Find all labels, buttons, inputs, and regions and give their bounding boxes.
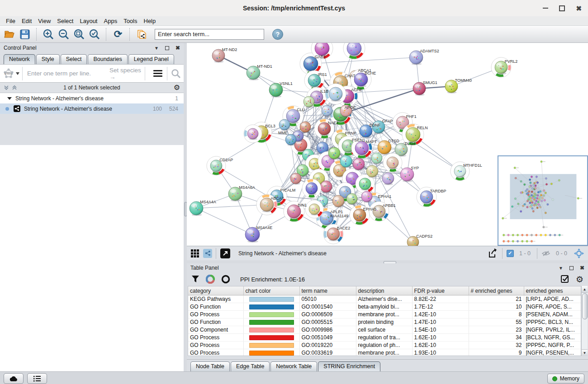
string-logo-icon[interactable]: STRING [3,67,23,80]
network-node[interactable] [325,84,346,104]
table-scrollbar[interactable]: ▲ ▼ [581,286,588,356]
float-panel-icon[interactable]: ▼ [154,46,159,51]
navigator-crosshair-icon[interactable] [574,248,584,259]
undock-icon[interactable] [165,46,169,50]
birds-eye-view[interactable] [498,155,588,246]
table-row[interactable]: GO FunctionGO:0001540beta-amyloid bi...1… [188,303,581,311]
column-header[interactable]: description [356,286,412,295]
tab-network[interactable]: Network [4,54,35,64]
vertical-splitter[interactable] [184,43,187,371]
selected-nodes-checkbox-icon[interactable]: ✓ [507,250,514,257]
column-header[interactable]: FDR p-value [412,286,469,295]
scroll-thumb[interactable] [582,293,588,319]
open-icon[interactable] [4,28,15,40]
network-node[interactable] [279,119,290,131]
network-node[interactable] [382,173,394,185]
open-in-window-icon[interactable] [220,248,230,258]
table-row[interactable]: GO FunctionGO:0005515protein binding1.47… [188,318,581,326]
scroll-down-icon[interactable]: ▼ [582,349,588,356]
network-node[interactable] [305,200,323,218]
menu-tools[interactable]: Tools [120,17,140,25]
enrichment-settings-gear-icon[interactable]: ⚙ [576,275,583,284]
network-node[interactable] [303,96,314,108]
zoom-fit-icon[interactable] [73,28,85,40]
filter-icon[interactable] [191,275,199,283]
table-row[interactable]: KEGG Pathways05010Alzheimer's dise...8.8… [188,295,581,303]
collection-name: String Network - Alzheimer's disease [15,95,104,102]
zoom-in-icon[interactable] [43,28,54,40]
column-header[interactable]: # enriched genes [469,286,524,295]
tab-string-enrichment[interactable]: STRING Enrichment [318,361,380,371]
table-float-icon[interactable]: ▼ [559,266,563,271]
menu-layout[interactable]: Layout [76,17,100,25]
table-row[interactable]: GO ProcessGO:0033619membrane prot...1.93… [188,349,581,356]
network-row[interactable]: String Network - Alzheimer's disease 100… [0,103,184,114]
donut-chart-icon[interactable] [206,275,215,284]
zoom-selected-icon[interactable] [89,28,100,40]
network-node[interactable] [383,153,402,172]
ring-chart-icon[interactable] [221,275,230,284]
table-row[interactable]: GO ProcessGO:0019220regulation of ph...1… [188,342,581,349]
tab-select[interactable]: Select [61,54,87,64]
tab-legend-panel[interactable]: Legend Panel [128,54,174,64]
menu-file[interactable]: File [3,17,19,25]
column-header[interactable]: term name [299,286,356,295]
query-options-icon[interactable] [153,70,162,77]
tab-boundaries[interactable]: Boundaries [88,54,127,64]
minimize-icon[interactable] [543,8,548,9]
save-icon[interactable] [19,28,31,40]
zoom-out-icon[interactable] [58,28,70,40]
set-species-label[interactable]: Set species → [109,67,145,80]
string-query-input[interactable] [26,70,105,77]
collection-row[interactable]: String Network - Alzheimer's disease 1 [0,93,184,103]
search-input[interactable] [155,29,264,40]
node-label: EPHA1 [378,194,392,199]
collapse-triangle-icon[interactable] [7,97,12,100]
network-share-icon[interactable] [203,249,212,258]
export-network-icon[interactable] [488,248,498,259]
tab-node-table[interactable]: Node Table [190,361,230,371]
table-row[interactable]: GO ProcessGO:0051049regulation of tra...… [188,334,581,342]
menu-help[interactable]: Help [141,17,159,25]
string-network-icon [14,105,20,112]
clone-network-icon[interactable] [136,28,147,40]
control-panel-tabs: NetworkStyleSelectBoundariesLegend Panel [0,53,184,64]
help-icon[interactable]: ? [272,29,283,40]
tab-edge-table[interactable]: Edge Table [231,361,270,371]
network-selection-bar: 1 of 1 Network selected ⚙ [0,83,184,93]
menu-select[interactable]: Select [54,17,76,25]
menu-edit[interactable]: Edit [19,17,35,25]
network-node[interactable] [285,134,296,146]
node-label: PICALM [280,188,296,192]
network-node[interactable] [343,43,365,59]
network-node[interactable] [244,125,262,143]
scroll-up-icon[interactable]: ▲ [582,286,588,293]
horizontal-splitter[interactable] [187,260,588,263]
table-undock-icon[interactable] [569,266,574,270]
column-header[interactable]: category [188,286,243,295]
menu-apps[interactable]: Apps [101,17,121,25]
grid-view-icon[interactable] [190,249,199,258]
refresh-icon[interactable]: ⟳ [112,28,124,40]
cloud-tasks-button[interactable] [4,373,24,384]
query-search-icon[interactable] [171,69,181,79]
ppi-enrichment-label: PPI Enrichment: 1.0E-16 [240,276,554,283]
select-columns-icon[interactable] [560,275,569,284]
close-icon[interactable]: ✖ [576,5,582,12]
table-close-icon[interactable]: ✖ [580,265,584,271]
close-panel-icon[interactable]: ✖ [175,45,180,51]
table-row[interactable]: GO ComponentGO:0009986cell surface1.54E-… [188,326,581,334]
column-header[interactable]: chart color [243,286,299,295]
tab-network-table[interactable]: Network Table [270,361,317,371]
task-history-button[interactable] [27,373,47,384]
memory-button[interactable]: Memory [547,374,584,384]
minimap-viewport[interactable] [510,174,576,219]
network-node[interactable] [302,179,321,198]
tab-style[interactable]: Style [36,54,60,64]
network-canvas[interactable]: MT-ND2MT-ND1VSNL1GAB2ADAMTS2PVRL2TOMM40S… [187,43,588,246]
menu-view[interactable]: View [35,17,54,25]
hidden-eye-icon[interactable] [541,250,550,257]
maximize-icon[interactable] [559,5,565,11]
column-header[interactable]: enriched genes [524,286,581,295]
table-row[interactable]: GO ProcessGO:0006509membrane prot...1.42… [188,311,581,318]
